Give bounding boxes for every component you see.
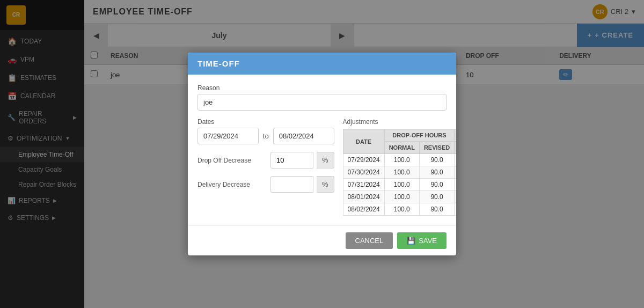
modal-footer: CANCEL 💾 SAVE	[188, 225, 456, 255]
adj-do-normal: 100.0	[384, 191, 419, 203]
adj-title: Adjustments	[343, 118, 456, 126]
adj-do-revised: 90.0	[419, 179, 454, 191]
adj-ds-normal: 5	[455, 203, 456, 216]
adj-sub-do-normal: NORMAL	[384, 142, 419, 154]
start-date-input[interactable]	[197, 128, 259, 144]
adj-ds-normal: 5	[455, 154, 456, 166]
reason-label: Reason	[197, 84, 447, 92]
adj-col-delivery-slots: DELIVERY SLOTS	[455, 129, 456, 142]
modal-title: TIME-OFF	[197, 59, 240, 68]
adj-date: 08/01/2024	[343, 191, 384, 203]
modal-body: Reason Dates to	[188, 75, 456, 225]
adj-do-normal: 100.0	[384, 154, 419, 166]
delivery-decrease-label: Delivery Decrease	[197, 181, 267, 188]
adj-do-revised: 90.0	[419, 203, 454, 216]
modal-header: TIME-OFF	[188, 53, 456, 75]
adj-sub-do-revised: REVISED	[419, 142, 454, 154]
adj-ds-normal: 5	[455, 166, 456, 179]
adj-ds-normal: 5	[455, 191, 456, 203]
adj-table-row: 07/31/2024 100.0 90.0 5 5	[343, 179, 456, 191]
delivery-group: Delivery Decrease %	[197, 176, 334, 193]
adj-col-date: DATE	[343, 129, 384, 154]
delivery-decrease-input[interactable]	[270, 176, 313, 193]
adj-sub-ds-normal: NORMAL	[455, 142, 456, 154]
adjustments-table: DATE DROP-OFF HOURS DELIVERY SLOTS NORMA…	[343, 129, 456, 216]
adj-date: 07/30/2024	[343, 166, 384, 179]
dates-row: to	[197, 128, 334, 144]
adj-table-row: 07/29/2024 100.0 90.0 5 5	[343, 154, 456, 166]
drop-off-decrease-input[interactable]	[270, 152, 313, 168]
end-date-input[interactable]	[273, 128, 334, 144]
left-panel: Dates to Drop Off Decrease %	[197, 118, 334, 193]
save-button[interactable]: 💾 SAVE	[397, 232, 447, 249]
cancel-button[interactable]: CANCEL	[346, 232, 393, 249]
drop-off-decrease-label: Drop Off Decrease	[197, 157, 267, 164]
adj-do-revised: 90.0	[419, 154, 454, 166]
modal-overlay: TIME-OFF Reason Dates to	[0, 0, 644, 308]
adj-do-revised: 90.0	[419, 191, 454, 203]
drop-off-group: Drop Off Decrease %	[197, 152, 334, 168]
time-off-modal: TIME-OFF Reason Dates to	[188, 53, 456, 255]
adj-ds-normal: 5	[455, 179, 456, 191]
reason-input[interactable]	[197, 94, 447, 111]
adj-do-normal: 100.0	[384, 179, 419, 191]
delivery-pct-symbol: %	[317, 176, 334, 193]
adj-date: 08/02/2024	[343, 203, 384, 216]
dates-group: Dates to	[197, 118, 334, 144]
adj-date: 07/29/2024	[343, 154, 384, 166]
adj-do-normal: 100.0	[384, 166, 419, 179]
reason-group: Reason	[197, 84, 447, 111]
to-label: to	[263, 132, 269, 140]
save-icon: 💾	[407, 237, 415, 245]
adj-table-row: 08/01/2024 100.0 90.0 5 5	[343, 191, 456, 203]
drop-off-pct-symbol: %	[317, 152, 334, 168]
adj-col-drop-off-hours: DROP-OFF HOURS	[384, 129, 455, 142]
dates-label: Dates	[197, 118, 334, 126]
adj-table-row: 08/02/2024 100.0 90.0 5 5	[343, 203, 456, 216]
adj-do-revised: 90.0	[419, 166, 454, 179]
adj-date: 07/31/2024	[343, 179, 384, 191]
adj-do-normal: 100.0	[384, 203, 419, 216]
adj-table-row: 07/30/2024 100.0 90.0 5 5	[343, 166, 456, 179]
adjustments-panel: Adjustments DATE DROP-OFF HOURS DELIVERY…	[343, 118, 456, 216]
